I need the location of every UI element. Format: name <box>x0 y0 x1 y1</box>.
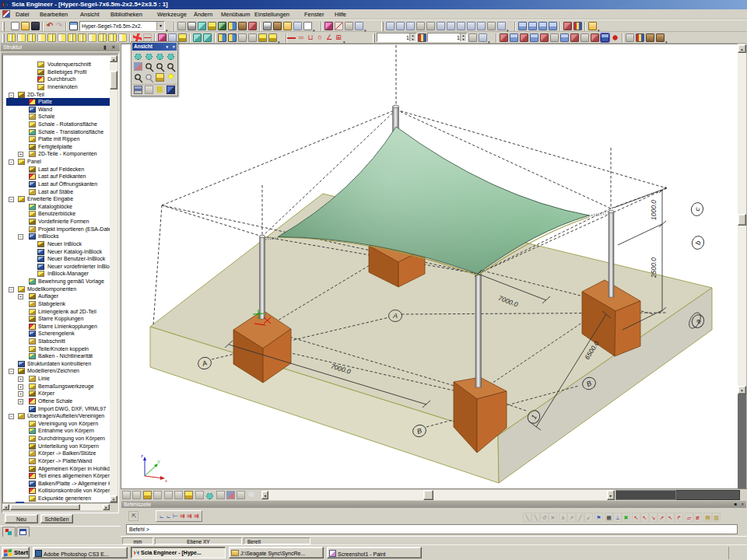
svg-text:Y: Y <box>157 460 160 464</box>
svg-text:1000.0: 1000.0 <box>650 200 658 220</box>
svg-text:x: x <box>165 478 167 483</box>
svg-text:z: z <box>141 453 143 458</box>
svg-text:2500.0: 2500.0 <box>650 257 658 278</box>
svg-text:b: b <box>694 240 703 246</box>
svg-text:A: A <box>392 312 398 320</box>
svg-text:c: c <box>693 206 702 212</box>
